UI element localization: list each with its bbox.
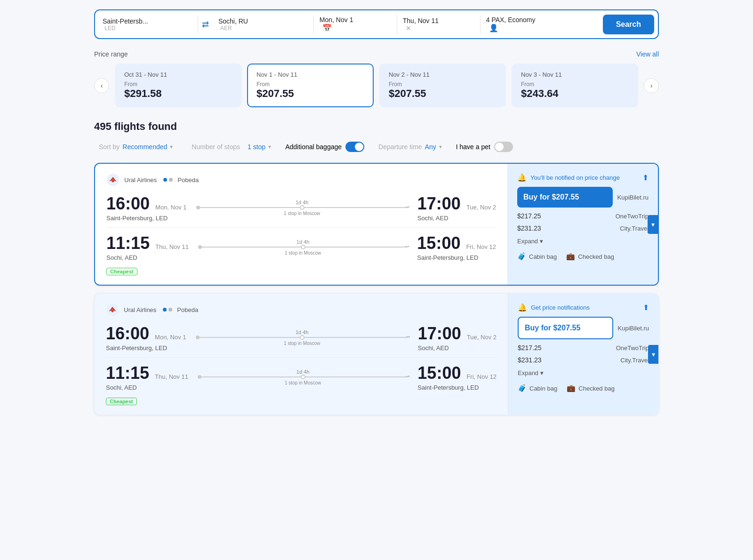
search-button[interactable]: Search [603,15,654,34]
expand-chevron-icon-0: ▾ [540,238,543,245]
airline-name-1: Ural Airlines [124,306,156,313]
cheapest-badge-0: Cheapest [106,268,137,275]
checked-bag-label-1: Checked bag [578,385,615,392]
inbound-arr-time-1: 15:00 [417,363,461,383]
share-icon-0[interactable]: ⬆ [642,173,649,182]
next-dates-button[interactable]: › [644,78,659,93]
alt-price-0-0: $217.25 [517,212,541,220]
buy-label-1: Buy for [525,324,551,332]
inbound-route-0: 1d 4h 1 stop in Moscow [189,239,417,256]
cabin-bag-label-0: Cabin bag [529,253,557,260]
depart-date: Mon, Nov 1 [320,16,391,24]
flight-card-0: Ural Airlines Pobeda 16:00 Mon, Nov 1 Sa… [94,163,659,286]
share-icon-1[interactable]: ⬆ [643,303,649,312]
dot-gray-1 [168,308,172,312]
outbound-row-1: 16:00 Mon, Nov 1 Saint-Petersburg, LED 1… [106,324,497,352]
depart-date-field[interactable]: Mon, Nov 1 📅 [314,14,397,34]
baggage-toggle[interactable] [345,142,364,152]
sort-filter[interactable]: Sort by Recommended ▾ [94,140,177,153]
prev-dates-button[interactable]: ‹ [94,78,109,93]
pet-toggle-wrap: I have a pet [456,142,513,152]
inbound-line-1 [198,376,408,377]
cabin-bag-label-1: Cabin bag [529,385,557,392]
sidebar-expand-chevron-1[interactable]: ▾ [648,345,658,364]
price-card-from-3: From [521,81,629,88]
price-card-1[interactable]: Nov 1 - Nov 11 From $207.55 [247,64,374,107]
outbound-dep-time-1: 16:00 [106,324,149,344]
search-bar: Saint-Petersb... LED ⇄ Sochi, RU AER Mon… [94,9,659,39]
inbound-route-1: 1d 4h 1 stop in Moscow [188,369,417,385]
time-chevron-icon: ▾ [439,144,442,150]
outbound-dep-day-1: Mon, Nov 1 [155,334,186,341]
origin-code: LED [104,25,192,32]
flight-sidebar-0: 🔔 You'll be notified on price change ⬆ B… [507,164,658,285]
alt-price-row-1-1: $231.23 City.Travel [518,356,649,364]
cabin-bag-1: 🧳 Cabin bag [518,384,557,392]
price-card-from-1: From [256,81,364,88]
buy-button-1[interactable]: Buy for $207.55 [518,317,613,339]
checked-bag-icon-1: 💼 [567,384,576,392]
price-card-3[interactable]: Nov 3 - Nov 11 From $243.64 [512,64,638,107]
inbound-dep-city-0: Sochi, AED [106,254,189,261]
outbound-dep-day-0: Mon, Nov 1 [155,204,186,211]
price-card-dates-3: Nov 3 - Nov 11 [521,71,629,78]
price-range-header: Price range View all [94,50,659,58]
filters-row: Sort by Recommended ▾ Number of stops 1 … [94,140,659,153]
sidebar-expand-chevron-0[interactable]: ▾ [648,215,658,234]
inbound-dep-day-1: Thu, Nov 11 [155,373,188,380]
bell-icon-0: 🔔 [517,173,527,182]
expand-button-1[interactable]: Expand ▾ [518,368,649,377]
inbound-row-1: 11:15 Thu, Nov 11 Sochi, AED 1d 4h 1 sto… [106,363,497,391]
origin-field[interactable]: Saint-Petersb... LED [97,16,198,33]
outbound-duration-1: 1d 4h [296,329,309,335]
time-value: Any [425,143,436,151]
outbound-arr-time-1: 17:00 [418,324,461,344]
price-card-dates-1: Nov 1 - Nov 11 [256,71,364,78]
time-filter[interactable]: Departure time Any ▾ [374,140,447,153]
flight-card-1: Ural Airlines Pobeda 16:00 Mon, Nov 1 Sa… [94,293,659,415]
inbound-arr-city-1: Saint-Petersburg, LED [417,384,497,391]
stops-filter[interactable]: Number of stops 1 stop ▾ [187,140,276,153]
pet-toggle[interactable] [494,142,513,152]
buy-price-1: $207.55 [553,324,580,332]
stops-value: 1 stop [248,143,265,151]
time-label: Departure time [378,143,422,151]
outbound-dest-0: 17:00 Tue, Nov 2 Sochi, AED [417,194,496,222]
price-card-dates-0: Oct 31 - Nov 11 [124,71,232,78]
airline-row-0: Ural Airlines Pobeda [106,173,496,186]
outbound-arr-day-1: Tue, Nov 2 [467,334,497,341]
outbound-arr-day-0: Tue, Nov 2 [466,204,496,211]
alt-provider-0-1: City.Travel [546,225,649,232]
price-card-amount-2: $207.55 [389,88,497,100]
swap-button[interactable]: ⇄ [198,16,213,33]
price-card-0[interactable]: Oct 31 - Nov 11 From $291.58 [115,64,241,107]
price-card-amount-3: $243.64 [521,88,629,100]
dot-blue-1 [163,308,167,312]
flight-main-1: Ural Airlines Pobeda 16:00 Mon, Nov 1 Sa… [95,294,508,415]
inbound-duration-0: 1d 4h [296,239,310,245]
expand-chevron-icon-1: ▾ [540,369,544,376]
price-card-2[interactable]: Nov 2 - Nov 11 From $207.55 [379,64,506,107]
expand-button-0[interactable]: Expand ▾ [517,237,649,246]
inbound-row-0: 11:15 Thu, Nov 11 Sochi, AED 1d 4h 1 sto… [106,233,496,261]
sort-value: Recommended [122,143,167,151]
destination-city: Sochi, RU [218,17,308,25]
inbound-line-0 [198,247,408,248]
alt-price-1-1: $231.23 [518,356,542,364]
return-date-field[interactable]: Thu, Nov 11 ✕ [397,15,481,34]
flight-divider-1 [106,357,497,358]
outbound-stop-dot-1 [300,335,304,340]
outbound-line-0 [196,207,408,208]
price-card-dates-2: Nov 2 - Nov 11 [389,71,497,78]
buy-button-0[interactable]: Buy for $207.55 [517,187,613,208]
price-notify-1: 🔔 Get price notifications ⬆ [518,303,649,312]
price-card-from-0: From [124,81,232,88]
destination-field[interactable]: Sochi, RU AER [213,16,314,33]
passengers-field[interactable]: 4 PAX, Economy 👤 [481,14,599,34]
outbound-stop-dot-0 [300,205,304,210]
checked-bag-label-0: Checked bag [578,253,614,260]
clear-date-icon[interactable]: ✕ [406,24,474,32]
view-all-link[interactable]: View all [636,50,659,58]
airline-row-1: Ural Airlines Pobeda [106,303,497,316]
alt-provider-0-0: OneTwoTrip [546,213,649,220]
